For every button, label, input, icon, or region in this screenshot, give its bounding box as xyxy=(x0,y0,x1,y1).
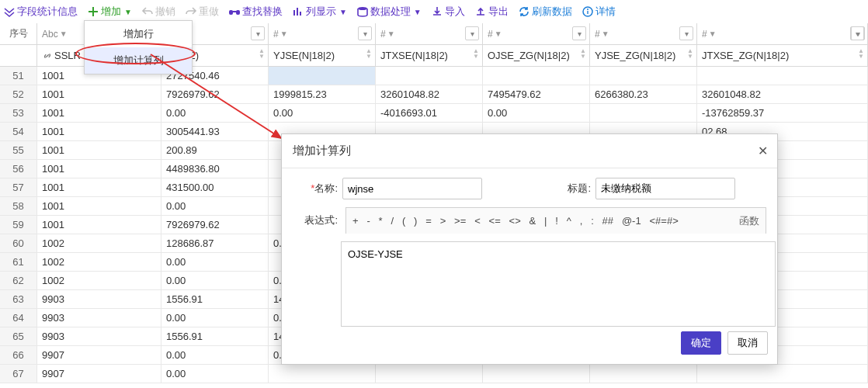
detail-button[interactable]: 详情 xyxy=(582,5,616,19)
link-icon xyxy=(42,50,53,61)
col4-header[interactable]: OJSE_ZG(N|18|2)▲▼ xyxy=(483,45,590,66)
cell[interactable]: 9903 xyxy=(37,309,161,327)
cell[interactable] xyxy=(697,365,868,383)
field-stats-button[interactable]: 字段统计信息 xyxy=(3,5,78,19)
redo-button[interactable]: 重做 xyxy=(185,5,219,19)
filter-icon[interactable]: ▾ xyxy=(358,26,372,40)
cell[interactable] xyxy=(483,67,590,85)
cancel-button[interactable]: 取消 xyxy=(727,331,768,355)
row-index: 53 xyxy=(0,104,37,122)
cell[interactable]: 7926979.62 xyxy=(161,216,269,234)
sort-icon[interactable]: ▲▼ xyxy=(580,48,586,59)
cell[interactable]: 1001 xyxy=(37,141,161,159)
filter-icon[interactable]: ▾ xyxy=(572,26,586,40)
undo-button[interactable]: 撤销 xyxy=(141,5,175,19)
cell[interactable]: 0.00 xyxy=(161,346,269,364)
sort-icon[interactable]: ▲▼ xyxy=(366,48,372,59)
cell[interactable]: -4016693.01 xyxy=(376,104,483,122)
col5-header[interactable]: YJSE_ZG(N|18|2)▲▼ xyxy=(590,45,697,66)
table-row[interactable]: 6799070.00 xyxy=(0,365,868,383)
cell[interactable]: 32601048.82 xyxy=(376,85,483,103)
cell[interactable] xyxy=(590,104,697,122)
cell[interactable]: 1002 xyxy=(37,253,161,271)
filter-icon[interactable]: ▾ xyxy=(251,26,265,40)
cell[interactable]: 1002 xyxy=(37,272,161,289)
cell[interactable] xyxy=(269,365,376,383)
filter-icon[interactable]: ▾ xyxy=(850,26,864,40)
cell[interactable]: 0.00 xyxy=(161,272,269,289)
cell[interactable]: 0.00 xyxy=(269,104,376,122)
chevron-down-icon: ▼ xyxy=(124,8,132,16)
cell[interactable]: 7926979.62 xyxy=(161,85,269,103)
cell[interactable]: 1556.91 xyxy=(161,327,269,345)
cell[interactable]: 1001 xyxy=(37,85,161,103)
cell[interactable]: 9903 xyxy=(37,290,161,308)
cell[interactable]: 4489836.80 xyxy=(161,160,269,178)
cell[interactable]: 1001 xyxy=(37,104,161,122)
cell[interactable]: 0.00 xyxy=(161,253,269,271)
cell[interactable]: 9907 xyxy=(37,346,161,364)
title-input[interactable] xyxy=(595,178,735,199)
cell[interactable]: 0.00 xyxy=(161,104,269,122)
add-calc-column-item[interactable]: 增加计算列 xyxy=(85,47,192,74)
cell[interactable]: 128686.87 xyxy=(161,234,269,252)
filter-icon[interactable]: ▾ xyxy=(465,26,479,40)
data-process-button[interactable]: 数据处理 ▼ xyxy=(356,5,422,19)
cell[interactable] xyxy=(376,365,483,383)
export-button[interactable]: 导出 xyxy=(474,5,509,19)
close-icon[interactable]: ✕ xyxy=(758,144,768,158)
index-header: 序号 xyxy=(0,23,37,44)
operator-bar[interactable]: + - * / ( ) = > >= < <= <> & | ! ^ , : #… xyxy=(345,207,766,234)
cell[interactable]: 32601048.82 xyxy=(697,85,868,103)
expression-input[interactable] xyxy=(341,241,776,327)
cell[interactable]: 0.00 xyxy=(161,365,269,383)
sort-icon[interactable]: ▲▼ xyxy=(687,48,693,59)
cell[interactable]: 0.00 xyxy=(161,309,269,327)
cell[interactable]: -13762859.37 xyxy=(697,104,868,122)
refresh-button[interactable]: 刷新数据 xyxy=(518,5,572,19)
cell[interactable]: 9903 xyxy=(37,327,161,345)
cell[interactable]: 1002 xyxy=(37,234,161,252)
add-button[interactable]: 增加 ▼ xyxy=(87,5,132,19)
filter-icon[interactable]: ▾ xyxy=(679,26,693,40)
cell[interactable]: 6266380.23 xyxy=(590,85,697,103)
cell[interactable]: 1001 xyxy=(37,216,161,234)
cell[interactable] xyxy=(697,67,868,85)
cell[interactable]: 1001 xyxy=(37,178,161,196)
col6-header[interactable]: JTXSE_ZG(N|18|2)▲▼ xyxy=(697,45,868,66)
cell[interactable]: 9907 xyxy=(37,365,161,383)
cell[interactable]: 3005441.93 xyxy=(161,123,269,140)
table-row[interactable]: 5210017926979.621999815.2332601048.82749… xyxy=(0,85,868,104)
add-row-item[interactable]: 增加行 xyxy=(85,21,192,47)
cell[interactable] xyxy=(269,67,376,85)
cell[interactable] xyxy=(590,67,697,85)
ok-button[interactable]: 确定 xyxy=(681,331,721,355)
import-button[interactable]: 导入 xyxy=(431,5,465,19)
table-row[interactable]: 5310010.000.00-4016693.010.00-13762859.3… xyxy=(0,104,868,123)
cell[interactable]: 431500.00 xyxy=(161,178,269,196)
refresh-icon xyxy=(518,5,530,18)
sort-icon[interactable]: ▲▼ xyxy=(858,48,864,59)
cell[interactable]: 0.00 xyxy=(483,104,590,122)
find-replace-button[interactable]: 查找替换 xyxy=(228,5,283,19)
sort-icon[interactable]: ▲▼ xyxy=(473,48,479,59)
columns-button[interactable]: 列显示 ▼ xyxy=(292,5,347,19)
cell[interactable]: 1001 xyxy=(37,160,161,178)
cell[interactable]: 1001 xyxy=(37,123,161,140)
sort-icon[interactable]: ▲▼ xyxy=(259,48,265,59)
name-input[interactable] xyxy=(342,178,482,199)
cell[interactable]: 1999815.23 xyxy=(269,85,376,103)
cell[interactable]: 1556.91 xyxy=(161,290,269,308)
cell[interactable] xyxy=(590,365,697,383)
upload-icon xyxy=(474,5,487,18)
cell[interactable] xyxy=(376,67,483,85)
chevron-down-icon: ▼ xyxy=(414,8,422,16)
col2-header[interactable]: YJSE(N|18|2)▲▼ xyxy=(269,45,376,66)
cell[interactable]: 1001 xyxy=(37,197,161,215)
cell[interactable] xyxy=(483,365,590,383)
cell[interactable]: 0.00 xyxy=(161,197,269,215)
function-button[interactable]: 函数 xyxy=(739,214,759,228)
cell[interactable]: 7495479.62 xyxy=(483,85,590,103)
cell[interactable]: 200.89 xyxy=(161,141,269,159)
col3-header[interactable]: JTXSE(N|18|2)▲▼ xyxy=(376,45,483,66)
